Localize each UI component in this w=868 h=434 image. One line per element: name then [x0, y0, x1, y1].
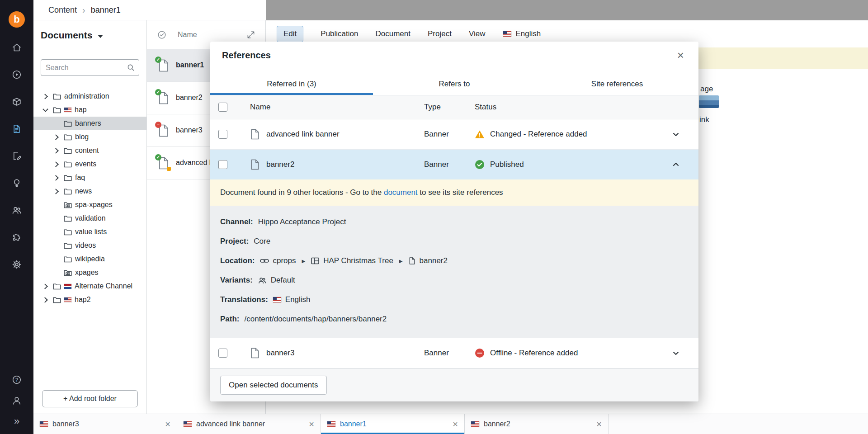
modal-tab[interactable]: Site references	[536, 69, 698, 95]
tree-item[interactable]: blog	[33, 130, 146, 144]
tree-item[interactable]: hap	[33, 103, 146, 117]
document-tab[interactable]: banner2 ×	[465, 414, 609, 434]
row-checkbox[interactable]	[218, 130, 227, 139]
tree-chevron-icon[interactable]	[52, 146, 61, 155]
help-icon[interactable]: ?	[11, 374, 22, 385]
chevron-down-icon[interactable]	[653, 349, 698, 357]
tree-item[interactable]: administration	[33, 90, 146, 103]
close-icon[interactable]: ×	[453, 420, 458, 429]
search-input[interactable]	[41, 59, 139, 76]
tree-chevron-icon[interactable]	[52, 187, 61, 196]
tree-item[interactable]: news	[33, 184, 146, 198]
user-icon[interactable]	[11, 395, 22, 406]
location-page[interactable]: HAP Christmas Tree	[323, 256, 393, 265]
menu-item[interactable]: Edit	[277, 26, 303, 42]
chevron-down-icon[interactable]	[98, 35, 103, 38]
breadcrumb-item-content[interactable]: Content	[48, 5, 77, 15]
doclist-name-header: Name	[178, 31, 197, 39]
location-channel[interactable]: cprops	[273, 256, 296, 265]
projects-box-icon[interactable]	[11, 96, 22, 107]
editor-link-label-fragment: ink	[699, 115, 709, 124]
tree-chevron-icon[interactable]	[52, 132, 61, 142]
document-tab[interactable]: banner1 ×	[321, 414, 465, 434]
play-circle-icon[interactable]	[11, 69, 22, 80]
menu-item[interactable]: Document	[375, 29, 410, 38]
tree-item[interactable]: banners	[33, 117, 146, 130]
row-checkbox[interactable]	[218, 349, 227, 358]
documents-icon-active[interactable]	[11, 123, 22, 134]
tree-chevron-icon[interactable]	[52, 227, 61, 236]
tree-item[interactable]: value lists	[33, 225, 146, 239]
breadcrumb-arrow-icon: ▶	[302, 259, 306, 264]
tree-chevron-icon[interactable]	[41, 92, 50, 101]
modal-tab[interactable]: Refers to	[373, 69, 536, 95]
chevron-down-icon[interactable]	[653, 130, 698, 138]
folder-icon	[64, 120, 72, 127]
reference-status: Offline - Reference added	[490, 349, 578, 358]
add-root-folder-button[interactable]: + Add root folder	[42, 390, 138, 407]
menu-item[interactable]: Publication	[321, 29, 358, 38]
tree-item[interactable]: spa-xpages	[33, 198, 146, 212]
tree-chevron-icon[interactable]	[41, 282, 50, 291]
tree-chevron-icon[interactable]	[52, 160, 61, 169]
row-checkbox[interactable]	[218, 160, 227, 169]
tree-chevron-icon[interactable]	[52, 255, 61, 264]
tree-item[interactable]: videos	[33, 239, 146, 252]
language-menu[interactable]: English	[503, 29, 541, 38]
folder-icon	[64, 242, 72, 249]
menu-item[interactable]: Project	[428, 29, 452, 38]
home-icon[interactable]	[11, 42, 22, 53]
document-tab[interactable]: advanced link banner ×	[177, 414, 321, 434]
tree-item[interactable]: xpages	[33, 266, 146, 279]
app-root: b	[0, 0, 868, 434]
tree-item[interactable]: faq	[33, 171, 146, 184]
open-selected-documents-button[interactable]: Open selected documents	[220, 376, 327, 395]
tree-chevron-icon[interactable]	[52, 200, 61, 209]
link-icon	[260, 258, 269, 264]
tree-item[interactable]: validation	[33, 212, 146, 225]
reference-row[interactable]: advanced link banner Banner Changed - Re…	[210, 119, 698, 150]
menu-item[interactable]: View	[469, 29, 486, 38]
settings-gear-icon[interactable]	[11, 259, 22, 270]
close-icon[interactable]: ×	[165, 420, 170, 429]
select-all-icon[interactable]	[157, 30, 167, 40]
folder-icon	[64, 256, 72, 263]
close-icon[interactable]: ×	[309, 420, 314, 429]
tree-chevron-icon[interactable]	[52, 173, 61, 182]
tree-item[interactable]: Alternate Channel	[33, 279, 146, 293]
us-flag-icon	[40, 421, 48, 427]
location-document[interactable]: banner2	[420, 256, 448, 265]
tree-chevron-icon[interactable]	[52, 268, 61, 277]
expand-rail-icon[interactable]: »	[11, 416, 22, 427]
lightbulb-icon[interactable]	[11, 178, 22, 189]
tree-chevron-icon[interactable]	[41, 105, 50, 114]
tree-item-label: hap2	[75, 296, 91, 304]
document-link[interactable]: document	[384, 188, 418, 197]
expand-icon[interactable]	[246, 30, 255, 39]
document-tab[interactable]: banner3 ×	[33, 414, 177, 434]
users-icon[interactable]	[11, 205, 22, 216]
editor-image-thumbnail[interactable]	[699, 95, 719, 108]
tree-item[interactable]: events	[33, 157, 146, 171]
plugins-puzzle-icon[interactable]	[11, 232, 22, 243]
tree-item-label: videos	[75, 241, 96, 250]
document-name: banner1	[176, 61, 204, 70]
folder-icon	[64, 161, 72, 168]
chevron-up-icon[interactable]	[653, 160, 698, 169]
close-icon[interactable]: ×	[596, 420, 602, 429]
document-edit-icon[interactable]	[11, 151, 22, 161]
tree-item[interactable]: wikipedia	[33, 252, 146, 266]
reference-row[interactable]: banner3 Banner Offline - Reference added	[210, 338, 698, 368]
close-icon[interactable]: ×	[675, 49, 687, 61]
tree-item[interactable]: content	[33, 144, 146, 157]
select-all-checkbox[interactable]	[218, 103, 227, 112]
modal-tab[interactable]: Referred in (3)	[210, 69, 373, 95]
brand-logo[interactable]: b	[9, 11, 25, 28]
tree-chevron-icon[interactable]	[41, 295, 50, 304]
column-header-name: Name	[242, 103, 424, 112]
tree-item[interactable]: hap2	[33, 293, 146, 307]
reference-row[interactable]: banner2 Banner Published	[210, 150, 698, 179]
tree-chevron-icon[interactable]	[52, 241, 61, 250]
tree-chevron-icon[interactable]	[52, 214, 61, 223]
tree-chevron-icon[interactable]	[52, 119, 61, 128]
